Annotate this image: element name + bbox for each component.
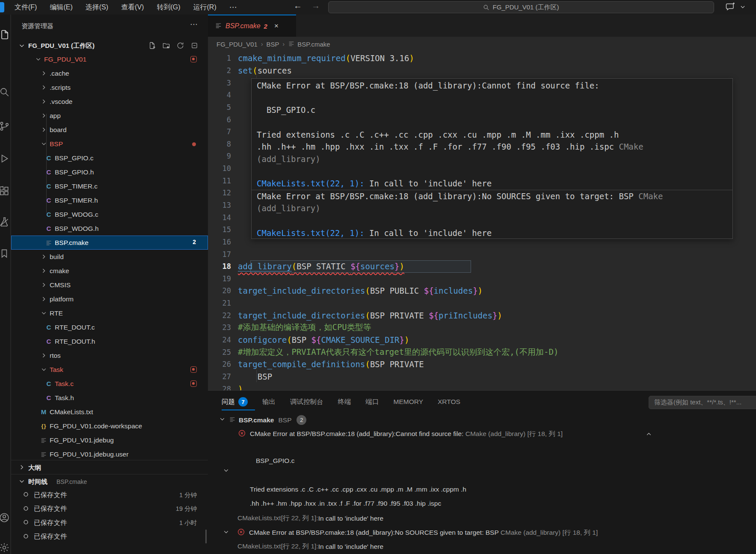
code-line-25[interactable]: 25#增加宏定义，PRVIATA代表只有这个target里的源代码可以识别到这个… (208, 346, 756, 358)
code-line-24[interactable]: 24configcore(BSP ${CMAKE_SOURCE_DIR}) (208, 334, 756, 346)
tree-item-platform[interactable]: platform (11, 292, 208, 306)
chat-panel-icon[interactable] (725, 2, 735, 12)
panel-tab-终端[interactable]: 终端 (338, 398, 351, 407)
new-folder-icon[interactable] (162, 41, 170, 50)
problem-row-1[interactable]: CMake Error at BSP/BSP.cmake:18 (add_lib… (238, 429, 747, 439)
code-line-23[interactable]: 23#添加基础的编译选项，如CPU类型等 (208, 321, 756, 334)
run-debug-icon[interactable] (0, 153, 10, 164)
tab-bsp-cmake[interactable]: BSP.cmake 2 × (208, 15, 296, 37)
tree-item-CMSIS[interactable]: CMSIS (11, 278, 208, 292)
tree-item-FG_PDU_V01.code-workspace[interactable]: { }FG_PDU_V01.code-workspace (11, 419, 208, 433)
timeline-item[interactable]: 已保存文件19 分钟 (11, 502, 208, 516)
tree-item-BSP_WDOG.c[interactable]: CBSP_WDOG.c (11, 207, 208, 221)
panel-tab-XRTOS[interactable]: XRTOS (438, 398, 460, 406)
code-line-26[interactable]: 26target_compile_definitions(BSP PRIVATE (208, 358, 756, 371)
test-icon[interactable] (0, 216, 10, 227)
collapse-all-icon[interactable] (190, 41, 199, 50)
tree-item-Task.h[interactable]: CTask.h (11, 391, 208, 405)
tree-item-CMakeLists.txt[interactable]: MCMakeLists.txt (11, 405, 208, 419)
code-line-17[interactable]: 17 (208, 248, 756, 260)
timeline-item[interactable]: 已保存文件1 分钟 (11, 488, 208, 502)
code-line-21[interactable]: 21 (208, 297, 756, 309)
tree-item-FG_PDU_V01.jdebug[interactable]: FG_PDU_V01.jdebug (11, 433, 208, 447)
bookmark-icon[interactable] (0, 248, 10, 259)
breadcrumb-file[interactable]: BSP.cmake (288, 40, 330, 48)
tree-item-RTE[interactable]: RTE (11, 306, 208, 320)
problem-related-1[interactable]: CMakeLists.txt[行 22, 列 1]: In call to 'i… (237, 514, 383, 523)
tree-item-.vscode[interactable]: .vscode (11, 94, 208, 109)
panel-tab-输出[interactable]: 输出 (262, 398, 276, 407)
problem-related-2[interactable]: CMakeLists.txt[行 22, 列 1]: In call to 'i… (237, 542, 383, 551)
extensions-icon[interactable] (0, 186, 10, 197)
sidebar-scrollbar[interactable] (205, 530, 207, 543)
new-file-icon[interactable] (148, 41, 156, 50)
menu-selection[interactable]: 选择(S) (86, 3, 108, 12)
tree-item-BSP_TIMER.h[interactable]: CBSP_TIMER.h (11, 193, 208, 207)
menu-run[interactable]: 运行(R) (193, 3, 216, 12)
sidebar-more-actions-icon[interactable]: ⋯ (190, 20, 198, 29)
code-line-28[interactable]: 28) (208, 383, 756, 390)
code-line-19[interactable]: 19 (208, 273, 756, 285)
tree-item-build[interactable]: build (11, 250, 208, 264)
problems-filter-input[interactable]: 筛选器(例如 text、**/*.ts、!**... (649, 396, 756, 409)
timeline-section[interactable]: 时间线 BSP.cmake (11, 474, 208, 488)
tree-item-BSP[interactable]: BSP (11, 137, 208, 151)
workspace-header[interactable]: FG_PDU_V01 (工作区) (11, 39, 208, 53)
tree-item-RTE_DOUT.h[interactable]: CRTE_DOUT.h (11, 334, 208, 348)
tree-item-.scripts[interactable]: .scripts (11, 80, 208, 94)
timeline-item[interactable]: 已保存文件 (11, 530, 208, 544)
collapse-detail-icon[interactable] (645, 430, 652, 439)
tree-item-rtos[interactable]: rtos (11, 348, 208, 362)
panel-tab-问题[interactable]: 问题7 (222, 397, 248, 407)
code-line-22[interactable]: 22target_include_directories(BSP PRIVATE… (208, 309, 756, 321)
code-line-2[interactable]: 2set(sources (208, 65, 756, 77)
breadcrumb-item[interactable]: BSP (267, 41, 279, 48)
panel-tab-调试控制台[interactable]: 调试控制台 (290, 398, 323, 407)
tree-item-RTE_DOUT.c[interactable]: CRTE_DOUT.c (11, 320, 208, 334)
tree-item-BSP_GPIO.c[interactable]: CBSP_GPIO.c (11, 151, 208, 165)
tree-item-Task[interactable]: Task (11, 362, 208, 377)
refresh-icon[interactable] (176, 41, 184, 50)
tree-item-cmake[interactable]: cmake (11, 264, 208, 278)
chevron-down-icon[interactable] (222, 467, 230, 476)
settings-gear-icon[interactable] (0, 542, 10, 553)
menu-file[interactable]: 文件(F) (15, 3, 37, 12)
tree-item-FG_PDU_V01[interactable]: FG_PDU_V01 (11, 52, 208, 66)
account-icon[interactable] (0, 512, 10, 523)
error-hover-tooltip[interactable]: CMake Error at BSP/BSP.cmake:18 (add_lib… (251, 78, 733, 239)
menu-view[interactable]: 查看(V) (121, 3, 144, 12)
breadcrumb-item[interactable]: FG_PDU_V01 (216, 41, 258, 48)
outline-section[interactable]: 大纲 (11, 460, 208, 474)
command-center-search[interactable]: FG_PDU_V01 (工作区) (328, 1, 714, 13)
code-line-18[interactable]: 18add_library(BSP STATIC ${sources}) (208, 260, 756, 273)
file-link[interactable]: CMakeLists.txt(22, 1): (257, 179, 365, 188)
timeline-item[interactable]: 已保存文件1 小时 (11, 516, 208, 530)
panel-tab-MEMORY[interactable]: MEMORY (394, 398, 423, 406)
menu-more[interactable]: ⋯ (229, 3, 237, 12)
files-icon[interactable] (0, 29, 10, 40)
tree-item-FG_PDU_V01.jdebug.user[interactable]: FG_PDU_V01.jdebug.user (11, 447, 208, 461)
source-control-icon[interactable] (0, 121, 10, 132)
history-back-icon[interactable]: ← (294, 1, 302, 11)
code-line-1[interactable]: 1cmake_minimum_required(VERSION 3.16) (208, 52, 756, 65)
tree-item-BSP_GPIO.h[interactable]: CBSP_GPIO.h (11, 165, 208, 179)
code-line-20[interactable]: 20target_include_directories(BSP PUBLIC … (208, 285, 756, 297)
problem-row-2[interactable]: CMake Error at BSP/BSP.cmake:18 (add_lib… (222, 528, 753, 538)
code-line-27[interactable]: 27 BSP (208, 371, 756, 383)
tree-item-BSP.cmake[interactable]: BSP.cmake2 (11, 236, 208, 250)
history-forward-icon[interactable]: → (311, 1, 320, 11)
tree-item-BSP_TIMER.c[interactable]: CBSP_TIMER.c (11, 179, 208, 193)
panel-tab-端口[interactable]: 端口 (366, 398, 379, 407)
tree-item-BSP_WDOG.h[interactable]: CBSP_WDOG.h (11, 221, 208, 236)
chevron-down-icon[interactable] (740, 4, 746, 10)
app-logo-icon[interactable] (0, 2, 4, 12)
tree-item-board[interactable]: board (11, 123, 208, 137)
search-icon[interactable] (0, 86, 10, 97)
tree-item-Task.c[interactable]: CTask.c (11, 377, 208, 391)
tree-item-app[interactable]: app (11, 109, 208, 123)
problem-file-group[interactable]: BSP.cmake BSP 2 (219, 415, 306, 425)
file-link[interactable]: CMakeLists.txt(22, 1): (257, 228, 365, 238)
tree-item-.cache[interactable]: .cache (11, 66, 208, 80)
close-icon[interactable]: × (274, 22, 279, 30)
menu-edit[interactable]: 编辑(E) (50, 3, 72, 12)
